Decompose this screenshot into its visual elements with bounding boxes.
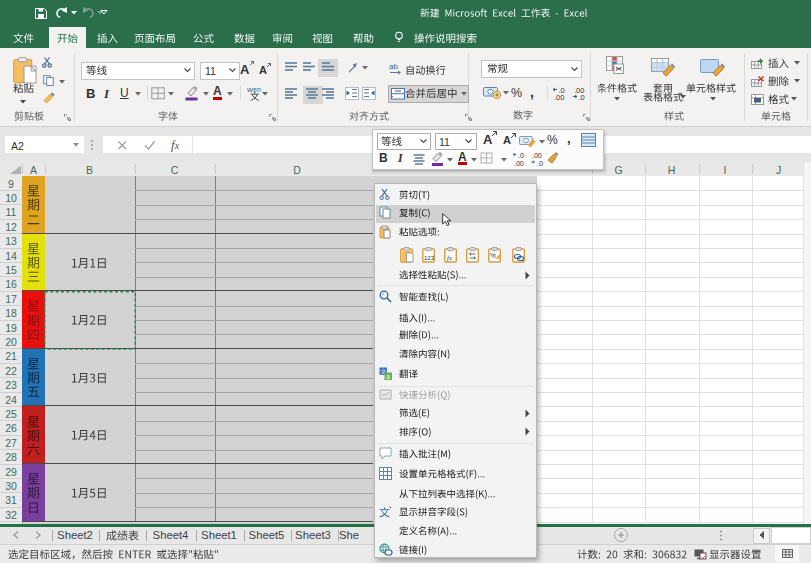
svg-text:fx: fx xyxy=(447,254,453,262)
svg-text:.0: .0 xyxy=(537,160,543,167)
svg-text:.0: .0 xyxy=(579,93,585,102)
svg-text:.00: .00 xyxy=(514,160,524,167)
svg-text:ab: ab xyxy=(389,62,398,71)
svg-text:.0: .0 xyxy=(518,152,524,159)
svg-text:123: 123 xyxy=(424,255,435,261)
svg-text:.00: .00 xyxy=(554,93,564,102)
svg-text:%: % xyxy=(490,252,496,259)
svg-text:en: en xyxy=(253,86,261,93)
svg-text:a: a xyxy=(386,373,390,380)
svg-text:w: w xyxy=(246,85,253,94)
svg-text:.00: .00 xyxy=(532,152,542,159)
